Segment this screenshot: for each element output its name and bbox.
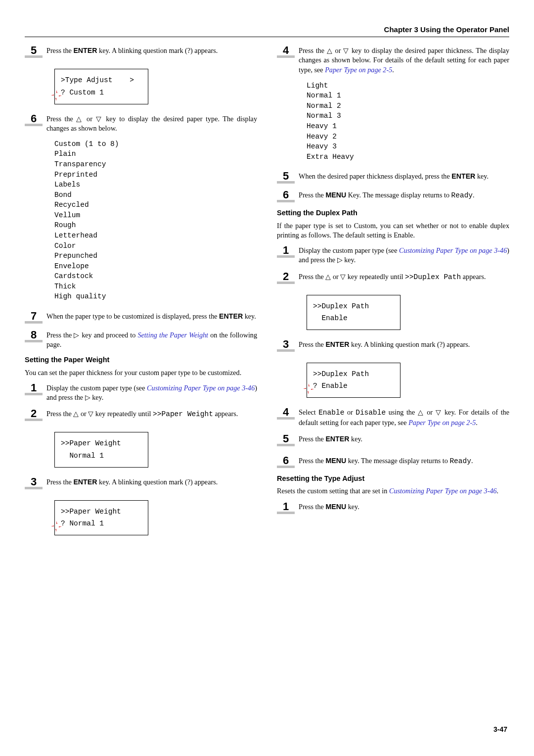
up-icon: △ — [73, 410, 79, 418]
step-8: 8 Press the ▷ key and proceed to Setting… — [25, 330, 257, 349]
blink-icon — [51, 90, 62, 101]
text: or — [84, 115, 96, 123]
text: When the paper type to be customized is … — [46, 312, 219, 320]
key-enter: ENTER — [451, 172, 475, 180]
text: Press the — [299, 47, 327, 54]
code: Disable — [356, 409, 386, 417]
xref-link[interactable]: Customizing Paper Type on page 3-46 — [147, 384, 255, 392]
right-column: 4 Press the △ or ▽ key to display the de… — [277, 45, 509, 544]
weight-step-2: 2 Press the △ or ▽ key repeatedly until … — [25, 408, 257, 421]
heading-duplex: Setting the Duplex Path — [277, 208, 509, 218]
paragraph: If the paper type is set to Custom, you … — [277, 221, 509, 240]
text: Press the — [46, 47, 73, 54]
right-step-6: 6 Press the MENU Key. The message displa… — [277, 189, 509, 202]
text: . — [392, 66, 394, 74]
text: or — [331, 273, 340, 281]
key-menu: MENU — [325, 457, 346, 465]
step-number: 2 — [283, 271, 289, 282]
text: key repeatedly until — [346, 273, 405, 281]
lcd-line: ? Custom 1 — [61, 87, 142, 99]
text: . — [471, 457, 473, 465]
lcd-display: >Type Adjust > ? Custom 1 — [54, 69, 148, 104]
code: Ready — [449, 457, 471, 465]
key-enter: ENTER — [73, 47, 97, 54]
step-number: 1 — [283, 501, 289, 512]
text: . — [473, 191, 475, 199]
xref-link[interactable]: Paper Type on page 2-5 — [325, 66, 392, 74]
lcd-display: >>Paper Weight Normal 1 — [54, 432, 148, 467]
text: Display the custom paper type (see — [299, 246, 399, 254]
lcd-line: Normal 1 — [61, 450, 142, 462]
text: . — [497, 487, 499, 495]
step-number: 6 — [283, 189, 289, 200]
duplex-step-2: 2 Press the △ or ▽ key repeatedly until … — [277, 271, 509, 284]
text: or — [424, 408, 436, 416]
text: Key. The message display returns to — [346, 191, 451, 199]
text: Press the — [46, 115, 76, 123]
lcd-line: >>Duplex Path — [313, 368, 394, 380]
lcd-line: Enable — [313, 312, 394, 325]
up-icon: △ — [327, 47, 333, 54]
text: Press the — [299, 435, 325, 443]
text: key. — [475, 172, 489, 180]
text: Press the — [299, 503, 325, 511]
duplex-step-6: 6 Press the MENU key. The message displa… — [277, 455, 509, 468]
step-number: 5 — [31, 45, 37, 56]
step-number: 2 — [31, 408, 37, 419]
duplex-step-1: 1 Display the custom paper type (see Cus… — [277, 245, 509, 265]
down-icon: ▽ — [340, 273, 346, 281]
xref-link[interactable]: Customizing Paper Type on page 3-46 — [389, 487, 497, 495]
blink-icon — [303, 383, 314, 394]
step-5: 5 Press the ENTER key. A blinking questi… — [25, 45, 257, 58]
step-number: 1 — [283, 245, 289, 256]
text: Select — [299, 408, 318, 416]
step-number: 4 — [283, 45, 289, 56]
text: Press the — [46, 331, 74, 339]
step-number: 4 — [283, 407, 289, 418]
step-number: 7 — [31, 311, 37, 322]
text: key. A blinking question mark (?) appear… — [97, 478, 218, 486]
page-number: 3-47 — [493, 725, 507, 734]
duplex-step-4: 4 Select Enable or Disable using the △ o… — [277, 407, 509, 427]
code: Enable — [318, 409, 344, 417]
text: or — [344, 408, 356, 416]
text: key and proceed to — [80, 331, 137, 339]
text: Press the — [46, 410, 73, 418]
heading-paper-weight: Setting the Paper Weight — [25, 355, 257, 365]
reset-step-1: 1 Press the MENU key. — [277, 501, 509, 514]
key-menu: MENU — [325, 503, 346, 511]
down-icon: ▽ — [436, 408, 442, 416]
text: or — [333, 47, 343, 54]
lcd-line: >>Paper Weight — [61, 506, 142, 518]
right-icon: ▷ — [74, 331, 80, 339]
step-number: 8 — [31, 330, 37, 340]
blink-icon — [51, 521, 62, 532]
key-menu: MENU — [325, 191, 346, 199]
step-number: 1 — [31, 382, 37, 393]
text: key repeatedly until — [93, 410, 153, 418]
heading-reset: Resetting the Type Adjust — [277, 474, 509, 484]
text: or — [79, 410, 88, 418]
step-number: 6 — [31, 113, 37, 124]
text: key. A blinking question mark (?) appear… — [97, 47, 218, 54]
xref-link[interactable]: Paper Type on page 2-5 — [408, 419, 476, 426]
down-icon: ▽ — [343, 47, 349, 54]
key-enter: ENTER — [73, 478, 97, 486]
text: key. — [90, 393, 104, 401]
paragraph: Resets the custom setting that are set i… — [277, 486, 509, 496]
xref-link[interactable]: Setting the Paper Weight — [137, 331, 208, 339]
lcd-line: ? Enable — [313, 380, 394, 392]
weight-step-3: 3 Press the ENTER key. A blinking questi… — [25, 476, 257, 489]
lcd-line: >>Duplex Path — [313, 300, 394, 313]
text: key. A blinking question mark (?) appear… — [349, 340, 470, 348]
xref-link[interactable]: Customizing Paper Type on page 3-46 — [399, 246, 507, 254]
lcd-line: >>Paper Weight — [61, 437, 142, 450]
left-column: 5 Press the ENTER key. A blinking questi… — [25, 45, 257, 544]
text: Press the — [299, 191, 325, 199]
up-icon: △ — [418, 408, 424, 416]
text: key. — [243, 312, 256, 320]
right-step-5: 5 When the desired paper thickness displ… — [277, 171, 509, 184]
step-6: 6 Press the △ or ▽ key to display the de… — [25, 113, 257, 133]
key-enter: ENTER — [325, 435, 349, 443]
up-icon: △ — [76, 115, 83, 123]
